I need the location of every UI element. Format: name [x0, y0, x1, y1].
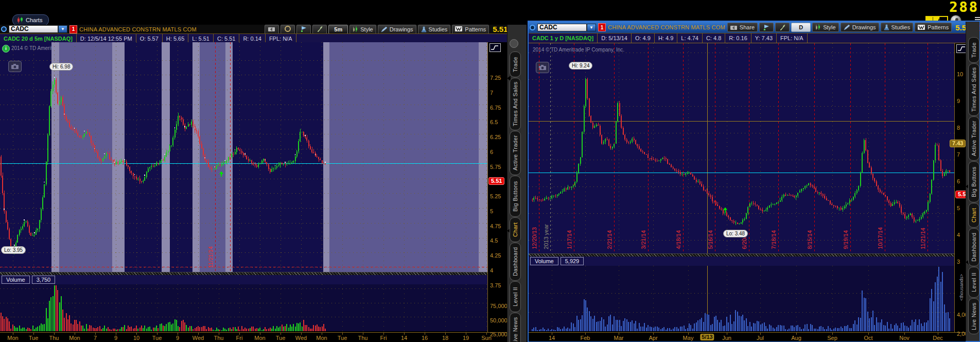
gadget-button[interactable]: [510, 39, 518, 48]
time-axis-label: May: [683, 335, 694, 341]
style-button[interactable]: Style: [812, 23, 838, 32]
sidebar-tab-level-ii[interactable]: Level II: [510, 281, 521, 312]
patterns-button[interactable]: Patterns: [915, 23, 952, 32]
price-axis-label: 6.75: [490, 105, 501, 111]
price-axis[interactable]: 7.2576.756.56.2565.755.2554.754.54.2543.…: [487, 42, 507, 332]
drawings-label: Drawings: [390, 26, 413, 32]
price-chart-pane[interactable]: 2014 © TD Ameritrade IP Company, Inc. 12…: [529, 43, 954, 253]
sidebar-tab-active-trader[interactable]: Active Trader: [510, 131, 521, 175]
low-marker: Lo: 3.95: [1, 246, 26, 254]
sidebar-tab-trade[interactable]: Trade: [968, 37, 979, 63]
flag-button[interactable]: [759, 23, 774, 32]
volume-label: Volume: [2, 276, 30, 284]
ohlc-info-bar: CADC 1 y D [NASDAQ]D: 5/13/14O: 4.9H: 4.…: [529, 33, 979, 43]
company-name: CHINA ADVANCED CONSTRN MATLS COM: [608, 24, 725, 30]
info-field: CADC 20 d 5m [NASDAQ]: [0, 34, 77, 43]
volume-label: Volume: [530, 257, 558, 265]
price-axis-label: 7: [490, 90, 493, 96]
volume-header-row: Volume 5,929: [529, 256, 956, 266]
sidebar-tab-dashboard[interactable]: Dashboard: [968, 228, 979, 266]
volume-value: 3,750: [32, 276, 56, 284]
event-date-label: 11/21/14: [920, 228, 926, 249]
wrench-icon: [779, 24, 786, 31]
timeframe-button[interactable]: D: [791, 23, 811, 32]
studies-button[interactable]: Studies: [418, 25, 451, 34]
drawings-label: Drawings: [852, 24, 876, 30]
info-field: C: 5.51: [214, 34, 239, 43]
time-axis-label: 14: [549, 335, 555, 341]
sidebar-tab-active-trader[interactable]: Active Trader: [968, 116, 979, 161]
export-button[interactable]: [265, 25, 279, 34]
symbol-link-dot[interactable]: [1, 26, 7, 32]
time-axis-label: Wed: [295, 335, 307, 341]
sidebar-tab-chart[interactable]: Chart: [968, 203, 979, 228]
time-axis-label: Tue: [29, 335, 39, 341]
sidebar-tab-times-and-sales[interactable]: Times And Sales: [510, 78, 521, 130]
symbol-link-dot[interactable]: [530, 25, 535, 30]
timeframe-button[interactable]: 5m: [328, 25, 348, 34]
price-axis-label: 5: [490, 208, 493, 214]
sidebar-tab-trade[interactable]: Trade: [510, 52, 521, 77]
time-axis-label: Nov: [899, 335, 909, 341]
sidebar-tab-big-buttons[interactable]: Big Buttons: [510, 176, 521, 217]
price-axis-label: 5: [957, 205, 960, 211]
volume-pane[interactable]: [0, 284, 487, 331]
event-date-label: 11/21/14: [207, 246, 214, 268]
event-date-label: 10/17/14: [877, 227, 883, 249]
info-field: R: 0.16: [725, 33, 751, 43]
axis-scale-icon[interactable]: [489, 43, 501, 52]
symbol-input[interactable]: [9, 25, 58, 33]
sidebar-tab-live-news[interactable]: Live News: [510, 313, 521, 342]
chart-window-right: ▼ 1 CHINA ADVANCED CONSTRN MATLS COM Sha…: [528, 21, 980, 342]
price-chart-pane[interactable]: i 2014 © TD Ameritrade IP Company, Inc. …: [0, 42, 487, 272]
sidebar-tab-level-ii[interactable]: Level II: [968, 267, 979, 298]
event-date-label: 12/20/13: [531, 227, 537, 249]
sidebar-tab-dashboard[interactable]: Dashboard: [510, 243, 521, 281]
symbol-dropdown-button[interactable]: ▼: [587, 24, 596, 31]
event-date-label: 2/21/14: [606, 230, 612, 249]
event-date-label: 3/21/14: [640, 230, 646, 249]
sidebar-tab-live-news[interactable]: Live News: [968, 298, 979, 334]
symbol-dropdown-button[interactable]: ▼: [58, 25, 67, 33]
sidebar-tab-big-buttons[interactable]: Big Buttons: [968, 161, 979, 202]
info-field: H: 4.9: [655, 33, 677, 43]
status-counter: 288: [949, 0, 979, 15]
volume-header-row: Volume 3,750: [0, 275, 489, 285]
settings-button[interactable]: [775, 23, 790, 32]
price-axis-label: 7: [957, 151, 960, 158]
compass-icon: [285, 26, 291, 32]
time-axis-label: 18: [442, 335, 448, 341]
volume-axis-label: 50,000: [490, 317, 507, 323]
info-field: H: 5.65: [163, 34, 188, 43]
sidebar-tab-times-and-sales[interactable]: Times And Sales: [968, 63, 979, 116]
flag-button[interactable]: [296, 25, 311, 34]
pencil-icon: [381, 26, 388, 32]
settings-button[interactable]: [312, 25, 327, 34]
symbol-input[interactable]: [537, 24, 587, 31]
volume-pane[interactable]: [529, 266, 954, 331]
patterns-button[interactable]: Patterns: [452, 25, 489, 34]
studies-button[interactable]: Studies: [881, 23, 914, 32]
alert-badge[interactable]: 1: [598, 23, 606, 31]
thousands-label: <thousands>: [959, 274, 964, 301]
volume-value: 5,929: [561, 257, 584, 265]
time-axis-label: 7: [94, 335, 97, 341]
alert-badge[interactable]: 1: [69, 25, 77, 33]
time-axis-label: Wed: [192, 335, 204, 341]
share-icon: [730, 25, 738, 30]
time-axis[interactable]: 14FebMarAprMayJunJulAugSepOctNovDec5/13: [529, 332, 966, 341]
compass-button[interactable]: [281, 25, 295, 34]
time-axis[interactable]: MonTueThuMon7910Tue9WedThuFriMonTueWedMo…: [0, 332, 507, 342]
price-axis[interactable]: <thousands> 1098765435.517.434,0002,000: [954, 43, 966, 332]
style-button[interactable]: Style: [349, 25, 376, 34]
sidebar-tab-chart[interactable]: Chart: [510, 217, 521, 242]
tab-charts-label: Charts: [26, 17, 42, 23]
style-candle-icon: [815, 24, 821, 30]
drawings-button[interactable]: Drawings: [378, 25, 416, 34]
tab-charts[interactable]: Charts: [12, 14, 49, 26]
style-label: Style: [360, 26, 373, 32]
share-button[interactable]: Share: [727, 23, 758, 32]
drawings-button[interactable]: Drawings: [841, 23, 879, 32]
price-axis-label: 3: [957, 259, 960, 265]
export-icon: [268, 26, 275, 32]
